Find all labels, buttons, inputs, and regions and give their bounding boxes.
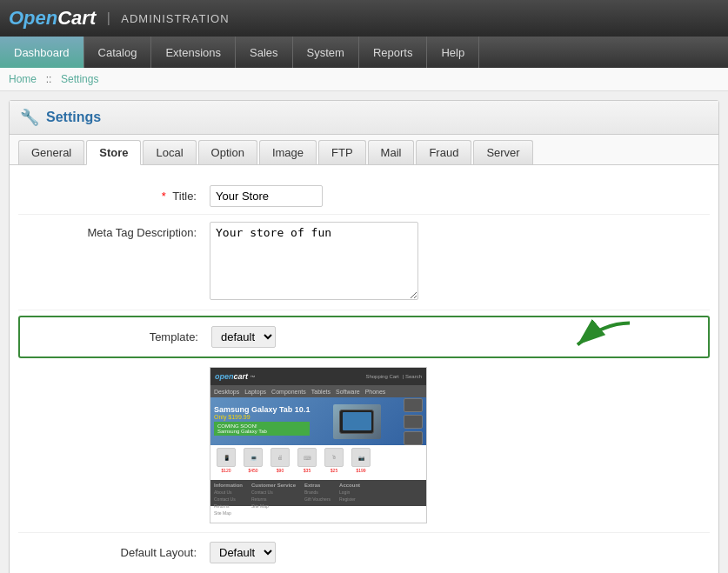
tab-image[interactable]: Image [259,140,317,164]
settings-icon: 🔧 [20,108,39,127]
title-label: * Title: [18,185,210,203]
preview-product-img: 🖨 [270,448,290,467]
preview-product: 🖱 $25 [322,448,346,477]
form-area: * Title: Meta Tag Description: Your stor… [10,165,718,573]
nav-reports[interactable]: Reports [359,37,428,68]
preview-footer-col: Customer Service Contact Us Returns Site… [251,483,296,503]
preview-product: 💻 $450 [241,448,265,477]
tab-ftp[interactable]: FTP [318,140,366,164]
preview-logo: opencart ™ [215,372,256,381]
nav-bar: Dashboard Catalog Extensions Sales Syste… [0,37,728,68]
title-row: * Title: [18,178,710,215]
preview-product-img: 📱 [217,448,236,467]
tabs-row: General Store Local Option Image FTP Mai… [10,135,718,165]
store-preview: opencart ™ Shopping Cart | Search Deskto… [210,367,427,523]
nav-system[interactable]: System [293,37,359,68]
preview-coming-soon: COMING SOON!Samsung Galaxy Tab [214,422,310,436]
nav-catalog[interactable]: Catalog [84,37,152,68]
settings-panel: 🔧 Settings General Store Local Option Im… [9,100,719,573]
preview-product: ⌨ $35 [295,448,319,477]
template-row: Template: default [18,316,710,358]
title-control [210,185,710,207]
preview-footer-col: Information About Us Contact Us Returns … [214,483,243,503]
default-layout-select[interactable]: Default [210,542,276,563]
preview-product-img: 🖱 [324,448,344,467]
admin-label: ADMINISTRATION [121,12,229,25]
preview-banner-text: Samsung Galaxy Tab 10.1 Only $199.99 COM… [214,405,310,437]
preview-footer-col: Extras Brands Gift Vouchers [304,483,331,503]
meta-textarea[interactable]: Your store of fun [210,222,418,300]
preview-banner-img [333,404,381,439]
preview-nav-items: Desktops Laptops Components Tablets Soft… [214,389,385,395]
preview-inner: opencart ™ Shopping Cart | Search Deskto… [210,368,426,523]
preview-product-img: 💻 [244,448,263,467]
required-mark: * [162,190,166,203]
preview-banner: Samsung Galaxy Tab 10.1 Only $199.99 COM… [210,397,426,445]
template-select[interactable]: default [211,326,276,348]
breadcrumb-settings[interactable]: Settings [61,73,98,85]
preview-topbar: opencart ™ Shopping Cart | Search [210,368,426,385]
preview-product: 🖨 $90 [268,448,292,477]
top-header: OpenCart | ADMINISTRATION [0,0,728,37]
tab-option[interactable]: Option [198,140,257,164]
breadcrumb-separator: :: [43,73,54,85]
preview-product-img: ⌨ [297,448,317,467]
preview-nav: Desktops Laptops Components Tablets Soft… [210,385,426,397]
preview-footer: Information About Us Contact Us Returns … [210,480,426,506]
breadcrumb-home[interactable]: Home [9,73,37,85]
page-content: 🔧 Settings General Store Local Option Im… [0,91,728,573]
preview-product: 📱 $120 [214,448,238,477]
tab-general[interactable]: General [18,140,84,164]
preview-tablet-screen [343,412,371,430]
meta-label: Meta Tag Description: [18,222,210,239]
tab-local[interactable]: Local [143,140,196,164]
breadcrumb: Home :: Settings [0,68,728,91]
logo: OpenCart [9,7,96,30]
tab-fraud[interactable]: Fraud [416,140,471,164]
preview-products: 📱 $120 💻 $450 🖨 $90 ⌨ [210,445,426,480]
default-layout-label: Default Layout: [18,546,210,559]
nav-dashboard[interactable]: Dashboard [0,37,84,68]
nav-extensions[interactable]: Extensions [151,37,236,68]
template-label: Template: [20,330,211,343]
nav-sales[interactable]: Sales [236,37,293,68]
default-layout-control: Default [210,542,276,563]
tab-server[interactable]: Server [473,140,532,164]
tab-mail[interactable]: Mail [368,140,415,164]
preview-product: 📷 $199 [349,448,373,477]
preview-product-img: 📷 [351,448,371,467]
settings-title: Settings [46,110,101,125]
nav-help[interactable]: Help [427,37,479,68]
default-layout-row: Default Layout: Default [18,532,710,572]
preview-footer-col: Account Login Register [339,483,360,503]
meta-row: Meta Tag Description: Your store of fun [18,215,710,310]
green-arrow-icon [560,318,638,356]
template-select-wrap: default [211,326,276,348]
preview-tablet [339,410,374,434]
admin-separator: | [103,10,114,26]
meta-control: Your store of fun [210,222,710,303]
title-input[interactable] [210,185,323,207]
tab-store[interactable]: Store [86,140,141,165]
settings-header: 🔧 Settings [10,101,718,135]
